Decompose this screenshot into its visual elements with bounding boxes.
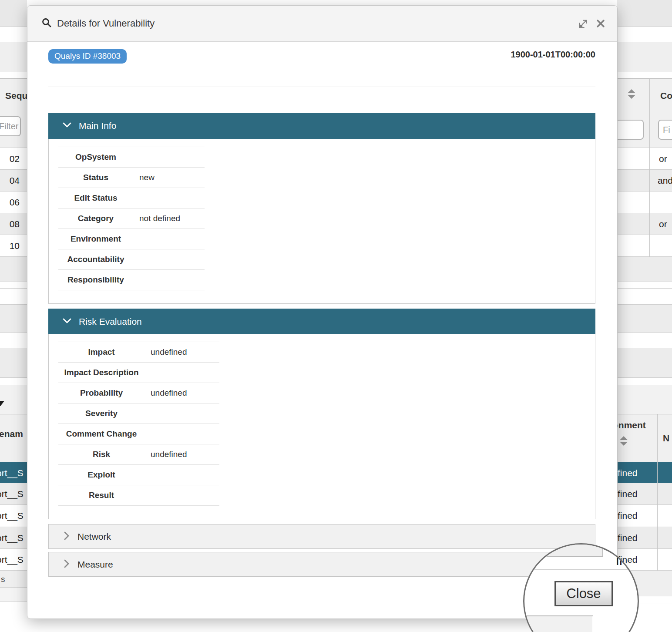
bg-band — [0, 289, 27, 305]
bg-band — [0, 333, 27, 348]
section-title: Risk Evaluation — [79, 316, 142, 327]
bg-band — [0, 305, 27, 333]
sort-icon[interactable] — [619, 435, 628, 447]
sequence-filter-input[interactable]: Filter — [0, 116, 21, 136]
bg-band — [617, 348, 672, 378]
chevron-down-icon — [63, 122, 71, 130]
condition-cell: or — [659, 148, 667, 170]
sequence-cell: 02 — [0, 148, 20, 170]
bg-band — [617, 257, 672, 282]
bg-band — [617, 72, 672, 78]
field-row: Severity — [58, 403, 219, 424]
field-value: new — [133, 168, 205, 188]
field-value — [144, 465, 219, 485]
column-divider — [657, 414, 658, 571]
bg-band — [0, 0, 27, 27]
background-table-right: Co Fi or and or onment N fined fined fin… — [617, 0, 672, 632]
divider — [48, 87, 595, 87]
field-value — [144, 403, 219, 424]
bg-band — [617, 0, 672, 27]
field-row: Accountability — [58, 249, 205, 270]
condition-column-header: Co — [660, 78, 672, 113]
field-row: Categorynot defined — [58, 208, 205, 229]
bg-band — [0, 257, 27, 282]
sequence-cell: 08 — [0, 213, 20, 235]
field-value — [133, 147, 205, 168]
condition-filter-input[interactable]: Fi — [658, 120, 672, 140]
magnified-divider — [524, 569, 638, 570]
environment-column-header: onment — [617, 420, 646, 430]
field-row: Impact Description — [58, 363, 219, 383]
bg-band — [0, 72, 27, 78]
bg-band — [617, 282, 672, 289]
field-label: Responsibility — [58, 270, 133, 290]
field-label: Exploit — [58, 465, 144, 485]
field-row: Impactundefined — [58, 342, 219, 363]
close-icon[interactable] — [596, 19, 605, 30]
section-header-network[interactable]: Network — [48, 524, 595, 549]
filename-cell: ort__S — [0, 462, 24, 484]
field-value: not defined — [133, 208, 205, 229]
environment-cell: fined — [618, 505, 638, 527]
dropdown-caret-icon — [0, 401, 4, 406]
main-info-panel: OpSystem Statusnew Edit Status Categoryn… — [48, 139, 595, 304]
table-row[interactable] — [617, 192, 672, 213]
vulnerability-details-modal: Details for Vulnerability Qualys ID #380… — [27, 5, 618, 619]
filename-cell: ort__S — [0, 505, 24, 527]
condition-cell: and — [658, 170, 672, 192]
section-header-measure[interactable]: Measure — [48, 552, 595, 577]
field-row: Environment — [58, 229, 205, 249]
field-label: Environment — [58, 229, 133, 249]
field-label: Risk — [58, 444, 144, 465]
bg-band — [617, 378, 672, 385]
field-label: Category — [58, 208, 133, 229]
main-info-table: OpSystem Statusnew Edit Status Categoryn… — [58, 147, 205, 290]
field-value — [133, 188, 205, 208]
bg-band — [0, 42, 27, 72]
n-column-header: N — [663, 414, 669, 462]
field-value: undefined — [144, 383, 219, 403]
risk-evaluation-panel: Impactundefined Impact Description Proba… — [48, 334, 595, 519]
section-title: Main Info — [79, 121, 116, 131]
field-row: Riskundefined — [58, 444, 219, 465]
field-row: Edit Status — [58, 188, 205, 208]
section-header-main-info[interactable]: Main Info — [48, 113, 595, 139]
bg-band — [617, 42, 672, 72]
field-label: Status — [58, 168, 133, 188]
field-value: undefined — [144, 444, 219, 465]
field-label: Impact — [58, 342, 144, 363]
screen: Sequ Filter 02 04 06 08 10 enam ort__S o… — [0, 0, 672, 632]
bg-band — [617, 305, 672, 333]
close-button[interactable]: Close — [554, 581, 613, 606]
expand-icon[interactable] — [578, 19, 588, 30]
chevron-right-icon — [64, 559, 70, 570]
modal-title: Details for Vulnerability — [57, 18, 155, 29]
table-row[interactable] — [617, 235, 672, 257]
field-value — [144, 424, 219, 444]
bg-band — [0, 588, 27, 602]
section-header-risk-evaluation[interactable]: Risk Evaluation — [48, 309, 595, 335]
risk-evaluation-table: Impactundefined Impact Description Proba… — [58, 342, 219, 506]
field-row: Exploit — [58, 465, 219, 485]
modal-header: Details for Vulnerability — [27, 6, 617, 42]
filter-placeholder: Fi — [659, 125, 670, 134]
sort-icon[interactable] — [627, 88, 636, 100]
field-row: Comment Change — [58, 424, 219, 444]
sequence-column-header: Sequ — [5, 78, 27, 113]
field-label: Probability — [58, 383, 144, 403]
chevron-down-icon — [63, 318, 71, 326]
column-filter-input[interactable] — [617, 120, 644, 140]
field-value — [144, 485, 219, 506]
field-label: Result — [58, 485, 144, 506]
section-title: Network — [77, 531, 111, 542]
sequence-cell: 10 — [0, 235, 20, 257]
filename-cell: ort__S — [0, 483, 24, 505]
bg-band — [0, 378, 27, 385]
section-title: Measure — [77, 559, 113, 570]
field-label: Comment Change — [58, 424, 144, 444]
field-label: Edit Status — [58, 188, 133, 208]
field-row: Probabilityundefined — [58, 383, 219, 403]
qualys-id-badge: Qualys ID #38003 — [48, 49, 127, 64]
filename-cell: ort__S — [0, 549, 24, 571]
timestamp: 1900-01-01T00:00:00 — [511, 50, 595, 60]
